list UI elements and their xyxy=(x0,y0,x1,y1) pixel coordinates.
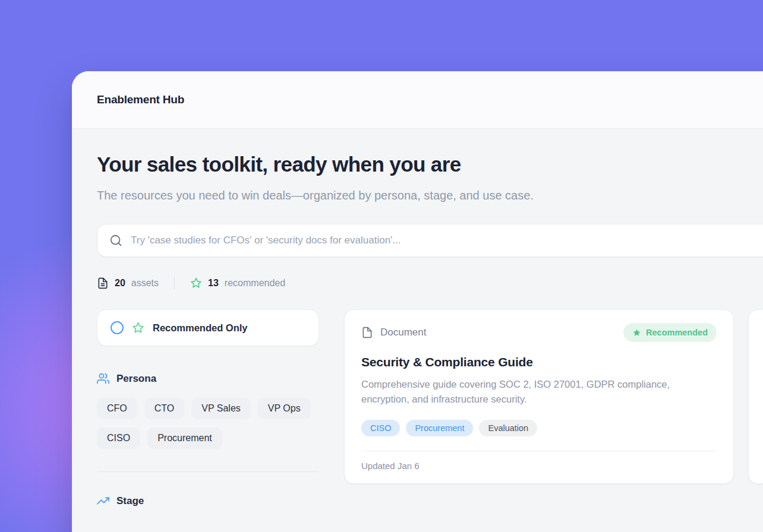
asset-type: Document xyxy=(361,327,426,338)
persona-section: Persona CFO CTO VP Sales VP Ops CISO Pro… xyxy=(97,372,319,449)
document-icon xyxy=(361,327,373,338)
tag-evaluation[interactable]: Evaluation xyxy=(479,420,537,436)
recommended-label: recommended xyxy=(225,278,285,289)
stage-label: Stage xyxy=(116,495,144,507)
assets-stat: 20 assets xyxy=(97,277,159,289)
trending-up-icon xyxy=(97,495,109,507)
search-input[interactable] xyxy=(131,235,761,246)
app-card: Enablement Hub Your sales toolkit, ready… xyxy=(72,71,763,532)
star-icon xyxy=(190,277,202,289)
persona-chip-cto[interactable]: CTO xyxy=(144,398,184,419)
asset-card[interactable]: Document Recommended Security & Complian… xyxy=(344,309,734,484)
filters-panel: Recommended Only Persona CFO CTO VP Sale… xyxy=(97,309,319,507)
assets-count: 20 xyxy=(115,278,125,289)
persona-chip-vp-ops[interactable]: VP Ops xyxy=(258,398,311,419)
recommended-only-label: Recommended Only xyxy=(153,322,248,334)
search-icon xyxy=(109,234,122,247)
search-bar[interactable] xyxy=(97,224,763,257)
persona-label: Persona xyxy=(116,373,156,385)
recommended-badge: Recommended xyxy=(623,323,717,342)
persona-chip-procurement[interactable]: Procurement xyxy=(147,428,222,449)
app-header: Enablement Hub xyxy=(72,71,763,129)
badge-star-icon xyxy=(632,328,641,337)
app-title: Enablement Hub xyxy=(97,93,184,106)
filters-divider xyxy=(97,471,319,472)
persona-chip-ciso[interactable]: CISO xyxy=(97,428,140,449)
persona-chips: CFO CTO VP Sales VP Ops CISO Procurement xyxy=(97,398,319,449)
asset-card-partial[interactable] xyxy=(748,309,763,484)
tag-ciso[interactable]: CISO xyxy=(361,420,400,436)
users-icon xyxy=(97,372,109,385)
persona-chip-cfo[interactable]: CFO xyxy=(97,398,137,419)
asset-tags: CISO Procurement Evaluation xyxy=(361,420,717,436)
asset-description: Comprehensive guide covering SOC 2, ISO … xyxy=(361,377,717,407)
cards-column: Document Recommended Security & Complian… xyxy=(344,309,763,484)
file-text-icon xyxy=(97,277,109,289)
recommended-stat: 13 recommended xyxy=(190,277,285,289)
recommended-count: 13 xyxy=(208,278,219,289)
stats-row: 20 assets 13 recommended xyxy=(97,277,763,289)
star-outline-icon xyxy=(132,322,144,334)
radio-button[interactable] xyxy=(111,321,124,334)
hero-title: Your sales toolkit, ready when you are xyxy=(97,153,763,176)
asset-type-label: Document xyxy=(380,327,426,338)
asset-card-footer: Updated Jan 6 xyxy=(361,451,717,483)
hero-subtitle: The resources you need to win deals—orga… xyxy=(97,185,540,206)
app-body: Your sales toolkit, ready when you are T… xyxy=(72,129,763,532)
asset-title: Security & Compliance Guide xyxy=(361,355,717,369)
stats-divider xyxy=(174,277,175,289)
recommended-only-toggle[interactable]: Recommended Only xyxy=(97,309,319,346)
content-row: Recommended Only Persona CFO CTO VP Sale… xyxy=(97,309,763,507)
assets-label: assets xyxy=(131,278,159,289)
stage-section: Stage xyxy=(97,495,319,507)
asset-updated: Updated Jan 6 xyxy=(361,461,420,471)
persona-chip-vp-sales[interactable]: VP Sales xyxy=(191,398,251,419)
tag-procurement[interactable]: Procurement xyxy=(406,420,473,436)
badge-label: Recommended xyxy=(646,328,708,337)
